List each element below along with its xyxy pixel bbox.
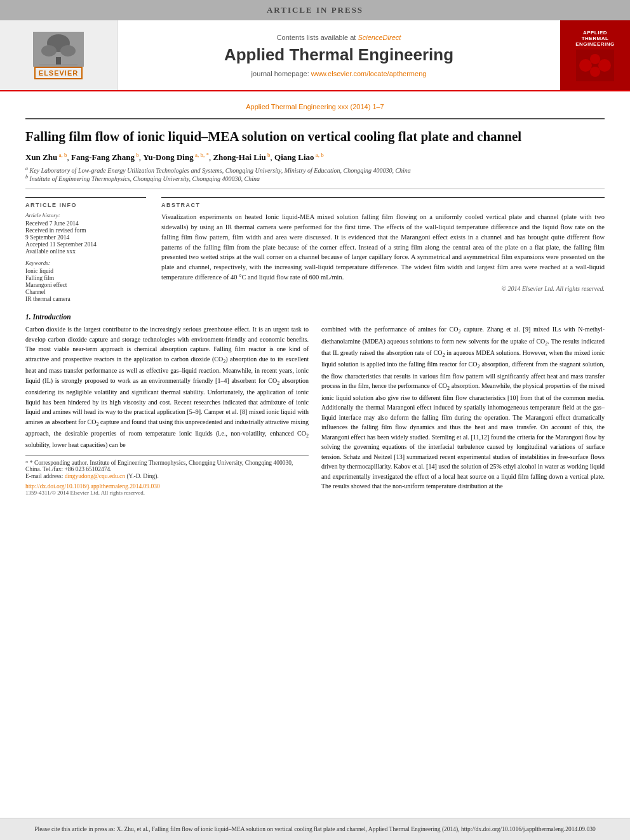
journal-homepage-line: journal homepage: www.elsevier.com/locat… [251,70,427,77]
article-info-col: ARTICLE INFO Article history: Received 7… [25,197,146,303]
intro-right-para: combined with the performance of amines … [321,324,605,491]
co2-subscript-2: 2 [277,380,279,386]
citation-line: Applied Thermal Engineering xxx (2014) 1… [25,103,605,110]
journal-logo-graphic-icon [576,50,614,81]
author-zhonghai-liu-super: b [266,152,271,158]
abstract-col: ABSTRACT Visualization experiments on he… [161,197,605,303]
elsevier-label: ELSEVIER [34,67,83,79]
author-qiang-liao-super: a, b [314,152,324,158]
co2-sub-r2: 2 [545,341,547,347]
authors-line: Xun Zhu a, b, Fang-Fang Zhang b, Yu-Dong… [25,152,605,163]
author-yudong-ding-super: a, b, * [194,152,209,158]
history-label: Article history: [25,212,146,218]
affil-b-super: b [25,174,28,180]
footnote-section: * * Corresponding author. Institute of E… [25,455,309,479]
journal-right-logo: APPLIED THERMAL ENGINEERING [575,30,615,81]
svg-point-2 [41,45,57,57]
svg-point-8 [590,54,600,64]
bottom-citation-bar: Please cite this article in press as: X.… [0,818,630,840]
journal-header-left: ELSEVIER [0,20,117,90]
intro-left-col: Carbon dioxide is the largest contributo… [25,324,309,496]
affil-a-super: a [25,166,28,171]
co2-subscript-3: 2 [96,422,98,427]
available-online: Available online xxx [25,248,146,255]
email-address[interactable]: dingyudong@cqu.edu.cn [65,473,125,479]
journal-logo-text-applied: APPLIED [583,30,607,36]
homepage-text: journal homepage: [251,70,309,77]
intro-left-para: Carbon dioxide is the largest contributo… [25,324,309,450]
journal-header-right: APPLIED THERMAL ENGINEERING [560,20,630,90]
corresponding-author-text: * Corresponding author. Institute of Eng… [25,460,293,472]
svg-point-9 [598,59,611,72]
email-line: E-mail address: dingyudong@cqu.edu.cn (Y… [25,473,309,479]
article-info-label: ARTICLE INFO [25,202,146,208]
journal-title-main: Applied Thermal Engineering [224,45,453,65]
email-label: E-mail address: [25,473,63,479]
article-in-press-banner: ARTICLE IN PRESS [0,0,630,20]
sciencedirect-link[interactable]: ScienceDirect [358,34,401,41]
content-area: Applied Thermal Engineering xxx (2014) 1… [0,91,630,818]
author-qiang-liao: Qiang Liao [274,153,314,163]
contents-text: Contents lists available at [277,34,356,41]
affiliations: a Key Laboratory of Low-grade Energy Uti… [25,166,605,183]
sciencedirect-line: Contents lists available at ScienceDirec… [277,34,401,41]
issn-line: 1359-4311/© 2014 Elsevier Ltd. All right… [25,490,309,496]
author-yudong-ding: Yu-Dong Ding [143,153,193,163]
author-xun-zhu-super: a, b [57,152,67,158]
article-title: Falling film flow of ionic liquid–MEA so… [25,128,605,145]
received-date: Received 7 June 2014 [25,220,146,227]
article-info-section: ARTICLE INFO Article history: Received 7… [25,197,146,302]
doi-line[interactable]: http://dx.doi.org/10.1016/j.applthermale… [25,483,309,490]
journal-logo-text-thermal: THERMAL [582,36,609,41]
co2-sub-r1: 2 [458,329,460,335]
keyword-ionic-liquid: Ionic liquid [25,268,146,274]
abstract-text: Visualization experiments on heated Ioni… [161,212,605,282]
accepted-date: Accepted 11 September 2014 [25,241,146,248]
intro-right-col: combined with the performance of amines … [321,324,605,496]
author-xun-zhu: Xun Zhu [25,153,57,163]
co2-sub-r4: 2 [477,364,479,370]
author-zhonghai-liu: Zhong-Hai Liu [213,153,265,163]
keyword-marangoni: Marangoni effect [25,282,146,288]
author-fangfang-zhang-super: b [135,152,139,158]
journal-logo-text-engineering: ENGINEERING [575,41,615,47]
homepage-url[interactable]: www.elsevier.com/locate/apthermeng [311,70,427,77]
svg-rect-4 [56,57,61,65]
keywords-label: Keywords: [25,260,146,266]
email-author: (Y.-D. Ding). [126,473,159,479]
introduction-two-col: Carbon dioxide is the largest contributo… [25,324,605,496]
corresponding-author-note: * * Corresponding author. Institute of E… [25,460,309,472]
keyword-ir-camera: IR thermal camera [25,296,146,302]
co2-sub-r5: 2 [447,385,450,391]
article-info-abstract-cols: ARTICLE INFO Article history: Received 7… [25,197,605,303]
affiliation-a: a Key Laboratory of Low-grade Energy Uti… [25,166,605,174]
keyword-channel: Channel [25,289,146,295]
affiliation-b: b Institute of Engineering Thermophysics… [25,174,605,182]
svg-point-10 [590,67,600,77]
abstract-label: ABSTRACT [161,202,605,208]
co2-subscript-4: 2 [306,433,309,439]
svg-point-3 [60,45,76,57]
top-rule [25,118,605,119]
author-fangfang-zhang: Fang-Fang Zhang [71,153,135,163]
co2-subscript: 2 [223,359,225,364]
co2-sub-r3: 2 [442,352,445,358]
received-revised-label: Received in revised form [25,227,146,234]
keyword-falling-film: Falling film [25,275,146,281]
svg-point-7 [579,59,592,72]
elsevier-logo: ELSEVIER [33,32,84,79]
revised-date: 9 September 2014 [25,234,146,241]
copyright-line: © 2014 Elsevier Ltd. All rights reserved… [161,285,605,292]
abstract-section: ABSTRACT Visualization experiments on he… [161,197,605,291]
body-section: 1. Introduction Carbon dioxide is the la… [25,313,605,496]
affil-a-text: Key Laboratory of Low-grade Energy Utili… [30,167,411,174]
journal-header-center: Contents lists available at ScienceDirec… [117,20,560,90]
introduction-heading: 1. Introduction [25,313,605,321]
footnote-star: * [25,460,30,466]
mid-rule [25,189,605,189]
journal-header: ELSEVIER Contents lists available at Sci… [0,20,630,91]
keywords-section: Keywords: Ionic liquid Falling film Mara… [25,260,146,302]
elsevier-tree-icon [33,32,84,67]
affil-b-text: Institute of Engineering Thermophysics, … [30,175,260,182]
